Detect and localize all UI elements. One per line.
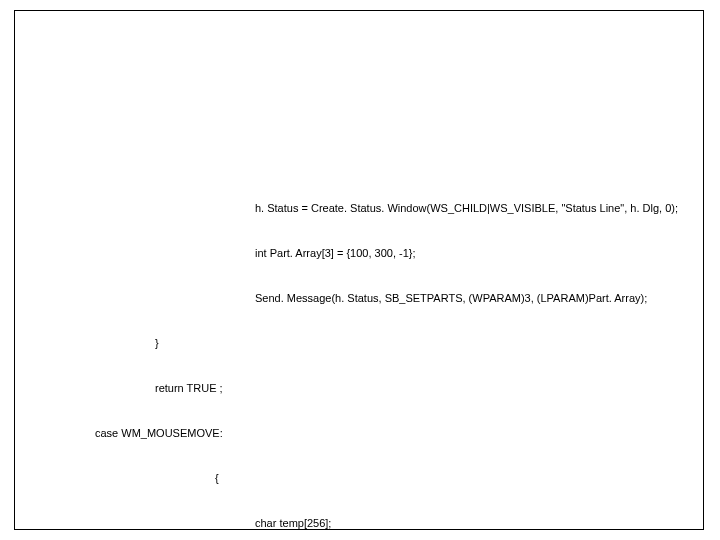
code-line: { xyxy=(35,471,695,486)
code-line: h. Status = Create. Status. Window(WS_CH… xyxy=(35,201,695,216)
code-block: h. Status = Create. Status. Window(WS_CH… xyxy=(35,171,695,540)
code-line: Send. Message(h. Status, SB_SETPARTS, (W… xyxy=(35,291,695,306)
code-line: case WM_MOUSEMOVE: xyxy=(35,426,695,441)
code-line: } xyxy=(35,336,695,351)
code-line: return TRUE ; xyxy=(35,381,695,396)
code-line: char temp[256]; xyxy=(35,516,695,531)
code-line: int Part. Array[3] = {100, 300, -1}; xyxy=(35,246,695,261)
slide-frame: h. Status = Create. Status. Window(WS_CH… xyxy=(14,10,704,530)
